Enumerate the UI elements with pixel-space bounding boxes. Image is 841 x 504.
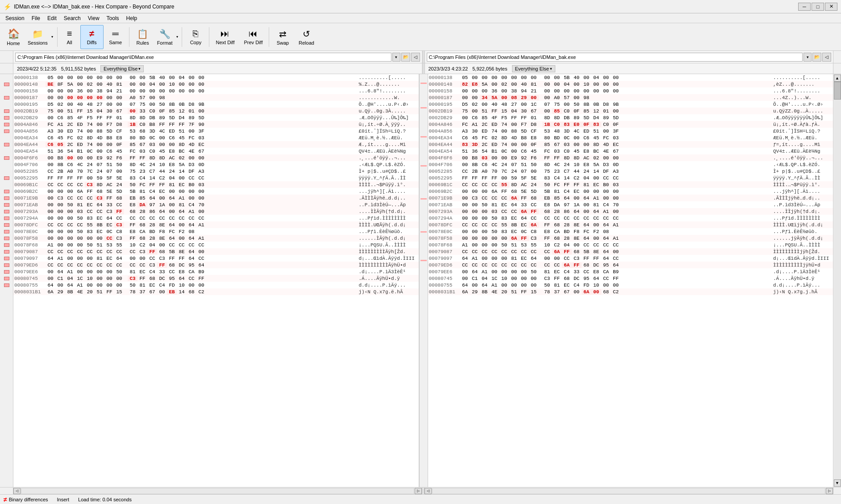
table-row: 00071E9B00C3CCCCCC6AFF68 EB85640064A1000… <box>428 195 833 201</box>
table-row: 000001580000003600389421 000000000000000… <box>428 87 833 94</box>
all-button[interactable]: ≡ All <box>59 25 80 49</box>
table-row: 00079ED6CCCCCCCCCCCCCCCC CCCCC3FF68DC956… <box>13 262 419 268</box>
table-row: 0004F706008BC64C24075150 8D4C2410E85AD30… <box>13 161 419 168</box>
table-row: 0004EA44833D2CED7400000F 85670300008D4DE… <box>428 141 833 148</box>
table-row: 000001380500000000000000 00005B400004000… <box>428 74 833 81</box>
table-row: 00069B1CCCCCCCCC558DAC24 50FCFFFF81ECB00… <box>428 181 833 188</box>
table-row: 000001380500000000000000 00005B400004000… <box>13 74 419 81</box>
right-hscroll-right[interactable]: ▷ <box>826 488 833 494</box>
sessions-button[interactable]: 📁 Sessions ▾ <box>25 25 55 49</box>
table-row: 0004A856A330ED7400885DCF 53483D4CED51003… <box>428 128 833 134</box>
table-row: 0004EA34C645FC028D4DB8E8 80BD0C00C645FC0… <box>428 134 833 141</box>
rules-button[interactable]: 📋 Rules <box>131 25 154 49</box>
left-path-input[interactable] <box>15 53 391 62</box>
table-row: 00069B1CCCCCCCCCC38DAC24 50FCFFFF81ECB00… <box>13 181 419 188</box>
table-row: 0002DB19750051FF15043067 0033C00F8512010… <box>13 108 419 114</box>
right-browse-button[interactable]: 📂 <box>812 53 821 62</box>
menu-file[interactable]: File <box>28 14 44 22</box>
table-row: 00079087CCCCCCCCCCCCCCCC CC6AFF685B8E640… <box>428 248 833 255</box>
table-row: 00069B2C0000006AFF685E5D 5B81C4EC0000000… <box>428 188 833 195</box>
titlebar: ⚡ IDMan.exe <--> IDMan_bak.exe - Hex Com… <box>0 0 841 13</box>
right-info-bar: 2023/3/23 4:23:22 5,922,056 bytes Everyt… <box>425 63 833 74</box>
right-hscroll-left[interactable]: ◁ <box>425 488 432 494</box>
menu-view[interactable]: View <box>84 14 103 22</box>
right-nav-back[interactable]: ◁ <box>822 53 831 62</box>
maximize-button[interactable]: □ <box>812 3 824 11</box>
left-hscroll-right[interactable]: ▷ <box>415 488 422 494</box>
left-info-bar: 2023/4/22 5:12:35 5,911,552 bytes Everyt… <box>13 63 422 74</box>
statusbar: ≠ Binary differences Insert Load time: 0… <box>0 494 841 504</box>
table-row: 0008074500C1041C10000000 C3FF68DC9564CCF… <box>428 275 833 282</box>
table-row: 0004A846FCA12CED7400F7D8 1BC0B8FFFFFF7F9… <box>13 121 419 128</box>
table-row: 0007294A0000005083EC64CC CCCCCCCCCCCCCCC… <box>13 215 419 221</box>
close-button[interactable]: ✕ <box>825 3 837 11</box>
table-row: 00080755640064A100000000 5081ECC4FD10000… <box>428 282 833 288</box>
table-row: 0004EA54513654B10C00C645 FC03C045E8BC4E6… <box>428 148 833 154</box>
table-row: 0004EA54513654B10C00C645 FC03C045E8BC4E6… <box>13 148 419 154</box>
left-path-dropdown[interactable]: ▾ <box>392 53 400 62</box>
table-row: 00071EAB00005081EC6433CC E8DA971A0081C47… <box>13 201 419 208</box>
table-row: 00078F58000000000000CCC3 FF68288E640064A… <box>13 235 419 242</box>
center-splitter[interactable] <box>419 74 428 487</box>
table-row: 00071EAB00005081EC6433CC E8DA971A0081C47… <box>428 201 833 208</box>
table-row: 0007909764A100000081EC64 0000CCC3FFFF64C… <box>428 255 833 262</box>
same-button[interactable]: ═ Same <box>104 25 127 49</box>
load-time: Load time: 0.04 seconds <box>78 497 132 502</box>
table-row: 00078F68A100000050515355 10C20400CCCCCCC… <box>13 242 419 248</box>
format-button[interactable]: 🔧 Format ▾ <box>155 25 180 49</box>
diff-icon: ≠ <box>4 496 7 503</box>
table-row: 0007909764A100000081EC64 0000CCC3FFFF64C… <box>13 255 419 262</box>
prev-diff-button[interactable]: ⏮ Prev Diff <box>239 25 267 49</box>
table-row: 00052285CC2BA0707C240700 7523C7442414DFA… <box>13 168 419 175</box>
table-row: 00078E0C0000005083EC0CC8 E8CABDF8FCF208.… <box>428 228 833 235</box>
menu-tools[interactable]: Tools <box>103 14 123 22</box>
window-title: IDMan.exe <--> IDMan_bak.exe - Hex Compa… <box>14 4 175 10</box>
left-date: 2023/4/22 5:12:35 <box>17 66 57 71</box>
right-hex-panel[interactable]: 000001380500000000000000 00005B400004000… <box>428 74 833 487</box>
left-filter-button[interactable]: Everything Else ▾ <box>100 65 144 72</box>
menu-search[interactable]: Search <box>60 14 84 22</box>
toolbar: 🏠 Home 📁 Sessions ▾ ≡ All ≠ Diffs ═ Same… <box>0 23 841 51</box>
table-row: 00080755640064A100000000 5081ECC4FD10000… <box>13 282 419 288</box>
table-row: 000001870000000000000000 A0570098.......… <box>13 94 419 101</box>
table-row: 00069B2C0000006AFF685E5D 5B81C4EC0000000… <box>13 188 419 195</box>
table-row: 0008031B16A298B4E2051FF15 78376700EB1468… <box>13 288 419 295</box>
table-row: 00078F5800000000006AFFC3 FF68288E640064A… <box>428 235 833 242</box>
copy-button[interactable]: ⎘ Copy <box>184 25 207 49</box>
table-row: 0008031B16A298B4E2051FF15 783767006A0068… <box>428 288 833 295</box>
left-hex-panel[interactable]: 000001380500000000000000 00005B400004000… <box>13 74 419 487</box>
table-row: 0004F6F600B8000000E992F6 FFFF8D8DAC02000… <box>13 154 419 161</box>
right-scrollbar[interactable]: ▲ ▼ <box>833 74 841 487</box>
swap-button[interactable]: ⇄ Swap <box>271 25 294 49</box>
table-row: 0000014882E85A0002004081 000004001000000… <box>428 81 833 87</box>
table-row: 0004F706008BC64C24075150 8D4C2410E85AD30… <box>428 161 833 168</box>
next-diff-button[interactable]: ⏭ Next Diff <box>211 25 239 49</box>
table-row: 00079087CCCCCCCCCCCCCCCC CCC3FF685B8E640… <box>13 248 419 255</box>
table-row: 00078DFCCCCCCCCC558BECC3 FF68288E640064A… <box>13 221 419 228</box>
reload-button[interactable]: ↺ Reload <box>295 25 318 49</box>
app-icon: ⚡ <box>4 3 11 10</box>
right-path-dropdown[interactable]: ▾ <box>804 53 812 62</box>
table-row: 00079ED6CCCCCCCCCCCCCCCC CCCC6AFF68DC956… <box>428 262 833 268</box>
table-row: 00000195D50200404827001C 077500508B0BD89… <box>428 101 833 108</box>
home-button[interactable]: 🏠 Home <box>2 25 25 49</box>
diffs-button[interactable]: ≠ Diffs <box>80 25 104 49</box>
right-date: 2023/3/23 4:23:22 <box>429 66 468 71</box>
table-row: 00078F68A100000050515355 10C20400CCCCCCC… <box>428 242 833 248</box>
table-row: 00079EE60064A10000000050 81ECC433CCE8CAB… <box>428 268 833 275</box>
table-row: 00078E0C0000005083EC0CC8 E8CABDF8FCF208.… <box>13 228 419 235</box>
table-row: 00071E9B00C3CCCCCCC3FF68 EB85640064A1000… <box>13 195 419 201</box>
table-row: 0004F6F600B8030000E992F6 FFFF8D8DAC02000… <box>428 154 833 161</box>
table-row: 0007293A00000003CCCCC3FF 682886640064A10… <box>13 208 419 215</box>
menu-edit[interactable]: Edit <box>44 14 60 22</box>
table-row: 00000195D502004048270000 077500508B0BD89… <box>13 101 419 108</box>
left-nav-back[interactable]: ◁ <box>411 53 420 62</box>
left-browse-button[interactable]: 📂 <box>401 53 410 62</box>
menu-help[interactable]: Help <box>123 14 141 22</box>
right-filter-button[interactable]: Everything Else ▾ <box>512 65 555 72</box>
right-path-input[interactable] <box>427 53 803 62</box>
left-hscroll-left[interactable]: ◁ <box>13 488 21 494</box>
menu-session[interactable]: Session <box>2 14 28 22</box>
table-row: 0004EA44C6052CED7400000F 85670300008D4DE… <box>13 141 419 148</box>
minimize-button[interactable]: ─ <box>798 3 811 11</box>
